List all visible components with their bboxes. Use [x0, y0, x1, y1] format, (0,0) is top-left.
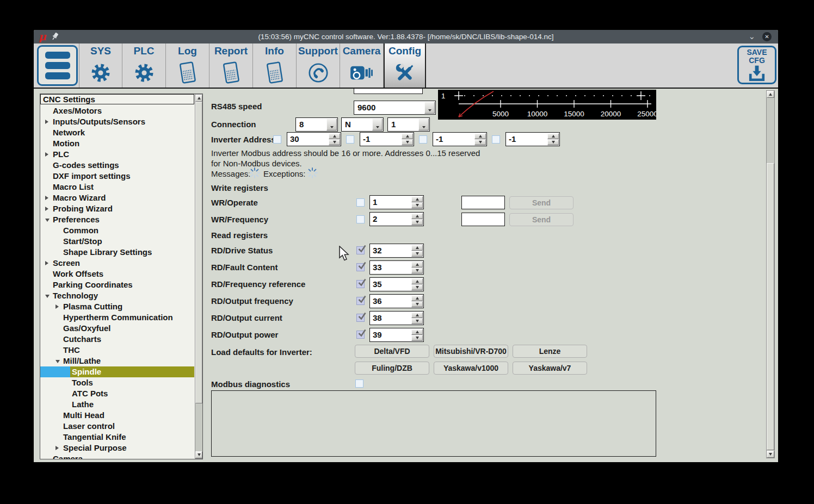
wr-frequency-value-field[interactable]: [461, 213, 505, 226]
collapse-arrow-icon[interactable]: [45, 219, 50, 222]
tab-config[interactable]: Config: [384, 43, 426, 88]
spin-up-button[interactable]: [411, 262, 423, 267]
rd-output-frequency-spinbox-value[interactable]: 36: [373, 295, 382, 308]
connection-combo-1[interactable]: 8: [295, 117, 338, 132]
inverter-address-spinbox-1-value[interactable]: 30: [290, 133, 299, 146]
rd-drive-status-checkbox[interactable]: [356, 246, 365, 254]
spin-down-button[interactable]: [411, 335, 423, 341]
tab-support[interactable]: Support: [297, 43, 340, 88]
connection-combo-3[interactable]: 1: [387, 117, 430, 132]
wr-frequency-checkbox[interactable]: [356, 215, 365, 223]
spin-down-button[interactable]: [474, 139, 486, 145]
spin-up-button[interactable]: [411, 278, 423, 284]
spin-up-button[interactable]: [411, 196, 423, 202]
tab-label-info: Info: [265, 44, 284, 58]
expand-arrow-icon[interactable]: [45, 261, 48, 265]
rd-output-current-spinbox-value[interactable]: 38: [373, 312, 382, 325]
inverter-address-checkbox-4[interactable]: [492, 135, 500, 144]
inverter-address-checkbox-3[interactable]: [419, 135, 427, 144]
save-cfg-button[interactable]: SAVE CFG: [737, 46, 776, 84]
spin-up-button[interactable]: [411, 312, 423, 318]
collapse-arrow-icon[interactable]: [45, 295, 50, 298]
spin-up-button[interactable]: [402, 133, 413, 139]
dropdown-arrow-button[interactable]: [424, 102, 435, 114]
tree-item-hypertherm-communication[interactable]: Hypertherm Communication: [40, 312, 195, 323]
spin-up-button[interactable]: [411, 329, 423, 335]
tree-item-label: DXF import settings: [53, 171, 131, 182]
spin-down-button[interactable]: [329, 139, 340, 145]
scroll-thumb[interactable]: [767, 163, 774, 450]
wr-operate-checkbox[interactable]: [356, 198, 365, 207]
connection-combo-2[interactable]: N: [341, 117, 384, 132]
rd-output-current-checkbox[interactable]: [356, 314, 365, 322]
rd-fault-content-checkbox[interactable]: [356, 263, 365, 271]
tab-report[interactable]: Report: [209, 43, 253, 88]
content-scrollbar[interactable]: [766, 90, 775, 458]
rd-output-power-checkbox[interactable]: [356, 331, 365, 339]
tab-sys[interactable]: SYS: [79, 43, 122, 88]
scroll-up-button[interactable]: [767, 91, 774, 98]
spin-down-button[interactable]: [411, 219, 423, 225]
spin-up-button[interactable]: [474, 133, 486, 139]
inverter-address-checkbox-1[interactable]: [273, 135, 281, 144]
wr-operate-value-field[interactable]: [461, 196, 505, 209]
inverter-default-button-mitsubishi-vr-d700[interactable]: Mitsubishi/VR-D700: [434, 345, 508, 358]
spin-up-button[interactable]: [329, 133, 340, 139]
tab-log[interactable]: Log: [166, 43, 209, 88]
expand-arrow-icon[interactable]: [45, 120, 48, 124]
spin-up-button[interactable]: [411, 295, 423, 301]
dropdown-arrow-button[interactable]: [372, 119, 383, 130]
scroll-down-button[interactable]: [767, 451, 774, 458]
up-arrow-icon: [416, 314, 419, 316]
inverter-default-button-yaskawa-v7[interactable]: Yaskawa/v7: [513, 362, 587, 375]
tab-info[interactable]: Info: [253, 43, 297, 88]
wr-frequency-send-button[interactable]: Send: [509, 213, 574, 226]
spin-down-button[interactable]: [411, 202, 423, 208]
shade-button[interactable]: ⌄: [748, 30, 755, 42]
inverter-default-button-yaskawa-v1000[interactable]: Yaskawa/v1000: [434, 362, 508, 375]
inverter-address-spinbox-3-value[interactable]: -1: [436, 133, 443, 146]
wr-operate-send-button[interactable]: Send: [509, 196, 574, 209]
rd-output-frequency-checkbox[interactable]: [356, 297, 365, 305]
spin-down-button[interactable]: [411, 284, 423, 290]
modbus-diagnostics-checkbox[interactable]: [355, 379, 363, 388]
spin-down-button[interactable]: [411, 318, 423, 324]
spin-down-button[interactable]: [411, 267, 423, 273]
inverter-address-checkbox-2[interactable]: [346, 135, 354, 144]
spin-up-button[interactable]: [547, 133, 559, 139]
expand-arrow-icon[interactable]: [45, 152, 48, 157]
close-button[interactable]: ✕: [762, 32, 772, 41]
expand-arrow-icon[interactable]: [55, 446, 59, 450]
rd-frequency-reference-checkbox[interactable]: [356, 280, 365, 288]
inverter-default-button-fuling-dzb[interactable]: Fuling/DZB: [355, 362, 429, 375]
tree-item-spindle[interactable]: Spindle: [40, 366, 195, 377]
spin-down-button[interactable]: [411, 251, 423, 257]
dropdown-arrow-button[interactable]: [418, 119, 429, 130]
expand-arrow-icon[interactable]: [55, 304, 59, 309]
spin-down-button[interactable]: [402, 139, 413, 145]
rd-frequency-reference-spinbox-value[interactable]: 35: [373, 278, 382, 291]
wr-operate-spinbox-value[interactable]: 1: [373, 196, 377, 209]
rd-drive-status-spinbox-value[interactable]: 32: [373, 244, 382, 257]
expand-arrow-icon[interactable]: [45, 196, 48, 200]
chevron-down-icon: [376, 126, 379, 128]
collapse-arrow-icon[interactable]: [55, 360, 60, 363]
spin-up-button[interactable]: [411, 245, 423, 251]
inverter-default-button-lenze[interactable]: Lenze: [513, 345, 587, 358]
menu-button[interactable]: [37, 45, 78, 86]
inverter-address-spinbox-2-value[interactable]: -1: [363, 133, 370, 146]
rd-fault-content-spinbox-value[interactable]: 33: [373, 261, 382, 274]
expand-arrow-icon[interactable]: [45, 207, 48, 211]
inverter-default-button-delta-vfd[interactable]: Delta/VFD: [355, 345, 429, 358]
spin-down-button[interactable]: [411, 301, 423, 307]
rs485-speed-combo[interactable]: 9600: [354, 101, 436, 115]
dropdown-arrow-button[interactable]: [326, 119, 337, 130]
spin-up-button[interactable]: [411, 213, 423, 219]
tab-camera[interactable]: Camera: [340, 43, 384, 88]
wr-frequency-spinbox-value[interactable]: 2: [373, 213, 377, 226]
scrolled-combo-partial[interactable]: [354, 89, 423, 94]
tab-plc[interactable]: PLC: [122, 43, 166, 88]
spin-down-button[interactable]: [547, 139, 559, 145]
inverter-address-spinbox-4-value[interactable]: -1: [509, 133, 516, 146]
rd-output-power-spinbox-value[interactable]: 39: [373, 328, 382, 341]
